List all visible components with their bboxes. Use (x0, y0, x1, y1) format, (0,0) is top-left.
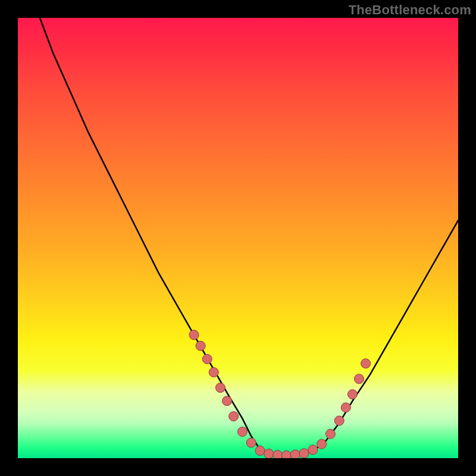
chart-svg (18, 18, 458, 458)
highlight-dot (347, 390, 357, 399)
highlight-dot (255, 446, 265, 455)
highlight-dot (355, 374, 364, 384)
highlight-dot (361, 359, 371, 368)
highlight-dot (237, 427, 247, 437)
highlight-dot (196, 341, 205, 350)
curve-right-branch (313, 220, 458, 451)
watermark-text: TheBottleneck.com (349, 2, 471, 18)
highlight-dot (299, 449, 309, 458)
curve-left-branch (40, 18, 260, 449)
plot-area (18, 18, 458, 458)
highlight-dot (223, 396, 232, 406)
highlight-dot (290, 450, 300, 458)
highlight-dot (341, 403, 350, 412)
frame: TheBottleneck.com (0, 0, 476, 476)
dots-group (189, 330, 371, 458)
highlight-dot (215, 383, 225, 393)
highlight-dot (308, 445, 318, 455)
highlight-dot (317, 439, 327, 449)
highlight-dot (273, 450, 283, 458)
highlight-dot (325, 429, 335, 439)
series-group (40, 18, 458, 456)
highlight-dot (202, 355, 212, 364)
highlight-dot (229, 412, 239, 421)
highlight-dot (246, 438, 256, 447)
highlight-dot (264, 449, 274, 458)
highlight-dot (189, 330, 199, 340)
highlight-dot (209, 368, 218, 377)
highlight-dot (281, 451, 291, 458)
highlight-dot (334, 416, 344, 425)
